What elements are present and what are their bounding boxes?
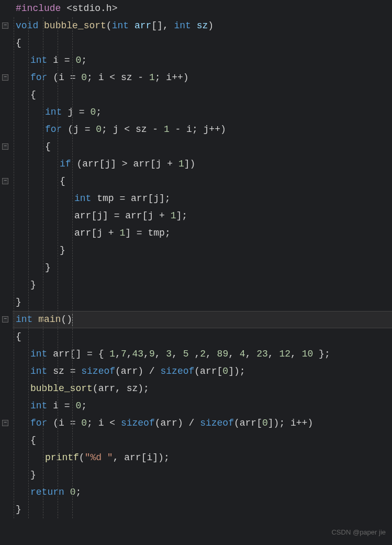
code-line[interactable]: {	[13, 173, 392, 190]
code-line[interactable]: if (arr[j] > arr[j + 1])	[13, 155, 392, 173]
code-token: int	[74, 190, 91, 207]
code-line[interactable]: int tmp = arr[j];	[13, 190, 392, 207]
fold-gutter: −−−−−−	[0, 0, 10, 545]
code-line[interactable]: printf("%d ", arr[i]);	[13, 449, 392, 466]
code-token: ] >	[110, 155, 133, 173]
code-token: ,	[172, 346, 183, 363]
code-token: 3	[166, 346, 172, 363]
code-token	[64, 484, 70, 501]
code-line[interactable]: #include <stdio.h>	[13, 0, 392, 17]
code-token: ;	[192, 121, 204, 138]
code-token: sz	[127, 380, 138, 397]
code-line[interactable]: int i = 0;	[13, 52, 392, 69]
code-token: sz	[53, 363, 64, 380]
code-token: bubble_sort	[30, 380, 93, 397]
code-line[interactable]: }	[13, 466, 392, 484]
code-token: ;	[87, 69, 98, 86]
code-token: <	[104, 69, 120, 86]
fold-toggle-icon[interactable]: −	[2, 420, 8, 426]
code-token: sizeof	[81, 363, 115, 380]
code-token: i	[186, 121, 192, 138]
code-token: (	[62, 121, 73, 138]
code-line[interactable]: return 0;	[13, 484, 392, 501]
fold-toggle-icon[interactable]: −	[2, 23, 8, 29]
code-token: arr	[98, 380, 115, 397]
code-line[interactable]: void bubble_sort(int arr[], int sz)	[13, 17, 392, 35]
code-line[interactable]: for (i = 0; i < sizeof(arr) / sizeof(arr…	[13, 415, 392, 432]
code-token: 0	[81, 415, 87, 432]
code-token: j	[156, 155, 162, 173]
code-token: ];	[176, 207, 188, 225]
code-token: (	[93, 380, 98, 397]
code-token: arr	[200, 363, 217, 380]
code-token: sizeof	[160, 363, 194, 380]
code-line[interactable]: int i = 0;	[13, 397, 392, 415]
code-token: ;	[96, 104, 102, 121]
code-token: =	[73, 104, 90, 121]
code-token: ,	[143, 346, 149, 363]
code-line[interactable]: }	[13, 294, 392, 311]
code-token: [	[256, 415, 262, 432]
code-token	[47, 363, 53, 380]
code-token: arr	[131, 190, 148, 207]
code-line[interactable]: {	[13, 432, 392, 449]
fold-toggle-icon[interactable]: −	[2, 143, 8, 150]
code-token: {	[30, 432, 36, 449]
code-token: (	[234, 415, 240, 432]
fold-toggle-icon[interactable]: −	[2, 178, 8, 184]
code-token: arr	[125, 207, 142, 225]
code-line[interactable]: {	[13, 86, 392, 104]
code-line[interactable]: bubble_sort(arr, sz);	[13, 380, 392, 397]
indent-guide	[58, 17, 58, 518]
fold-toggle-icon[interactable]: −	[2, 316, 8, 322]
code-line[interactable]: int main()	[13, 311, 392, 328]
code-token: 1	[178, 155, 184, 173]
fold-toggle-icon[interactable]: −	[2, 74, 8, 81]
code-token: ,	[206, 346, 217, 363]
code-line[interactable]: for (j = 0; j < sz - 1 - i; j++)	[13, 121, 392, 138]
code-area[interactable]: #include <stdio.h>void bubble_sort(int a…	[10, 0, 392, 545]
code-editor[interactable]: −−−−−− #include <stdio.h>void bubble_sor…	[0, 0, 392, 545]
indent-guide	[72, 17, 73, 518]
code-token: =	[64, 363, 81, 380]
code-line[interactable]: }	[13, 259, 392, 276]
code-token: =	[59, 52, 75, 69]
code-line[interactable]: int j = 0;	[13, 104, 392, 121]
code-token: arr	[124, 449, 141, 466]
code-line[interactable]: }	[13, 276, 392, 294]
code-line[interactable]: {	[13, 35, 392, 52]
code-token: 7	[121, 346, 127, 363]
code-token: j	[153, 190, 159, 207]
code-line[interactable]: }	[13, 242, 392, 259]
code-line[interactable]: int arr[] = { 1,7,43,9, 3, 5 ,2, 89, 4, …	[13, 346, 392, 363]
code-token: tmp	[97, 190, 114, 207]
code-token: ])	[184, 155, 196, 173]
code-token: ]);	[228, 363, 245, 380]
code-token: arr	[74, 207, 91, 225]
code-line[interactable]: int sz = sizeof(arr) / sizeof(arr[0]);	[13, 363, 392, 380]
code-token: 0	[70, 484, 76, 501]
code-line[interactable]: {	[13, 138, 392, 155]
code-token: 10	[302, 346, 313, 363]
code-line[interactable]: arr[j] = arr[j + 1];	[13, 207, 392, 225]
code-token: arr	[74, 225, 91, 242]
code-token: 0	[75, 397, 81, 415]
watermark: CSDN @paper jie	[331, 524, 386, 541]
code-token: int	[30, 363, 47, 380]
code-token: ;	[75, 484, 81, 501]
code-token: -	[147, 121, 163, 138]
code-line[interactable]: arr[j + 1] = tmp;	[13, 225, 392, 242]
code-token	[191, 17, 197, 35]
code-line[interactable]: for (i = 0; i < sz - 1; i++)	[13, 69, 392, 86]
code-token	[47, 346, 53, 363]
code-line[interactable]: }	[13, 501, 392, 518]
code-token: sizeof	[200, 415, 234, 432]
code-token: 4	[240, 346, 245, 363]
code-token: =	[114, 190, 131, 207]
code-token: ;	[155, 69, 166, 86]
code-token: arr	[161, 415, 177, 432]
code-line[interactable]: {	[13, 328, 392, 346]
code-token: (	[155, 415, 161, 432]
code-token: ] =	[125, 225, 148, 242]
code-token: [	[150, 155, 156, 173]
